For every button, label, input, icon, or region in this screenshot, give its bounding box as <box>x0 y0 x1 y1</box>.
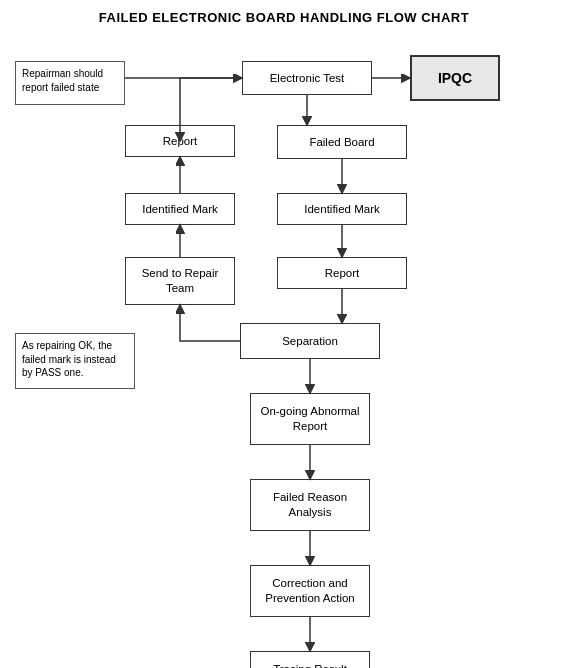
arrow-separation-to-sendrepair <box>180 305 240 341</box>
box-separation: Separation <box>240 323 380 359</box>
box-report-left: Report <box>125 125 235 157</box>
box-identified-mark-right: Identified Mark <box>277 193 407 225</box>
box-correction: Correction and Prevention Action <box>250 565 370 617</box>
box-identified-mark-left: Identified Mark <box>125 193 235 225</box>
box-ipqc: IPQC <box>410 55 500 101</box>
note-repairman: Repairman should report failed state <box>15 61 125 105</box>
box-send-repair: Send to Repair Team <box>125 257 235 305</box>
box-failed-board: Failed Board <box>277 125 407 159</box>
box-tracing-result: Tracing Result <box>250 651 370 668</box>
page-title: FAILED ELECTRONIC BOARD HANDLING FLOW CH… <box>10 10 558 25</box>
flowchart-area: Repairman should report failed state Ele… <box>10 33 558 663</box>
box-electronic-test: Electronic Test <box>242 61 372 95</box>
box-ongoing-abnormal: On-going Abnormal Report <box>250 393 370 445</box>
page: FAILED ELECTRONIC BOARD HANDLING FLOW CH… <box>0 0 568 668</box>
box-failed-reason: Failed Reason Analysis <box>250 479 370 531</box>
note-repairing: As repairing OK, the failed mark is inst… <box>15 333 135 389</box>
box-report-right: Report <box>277 257 407 289</box>
